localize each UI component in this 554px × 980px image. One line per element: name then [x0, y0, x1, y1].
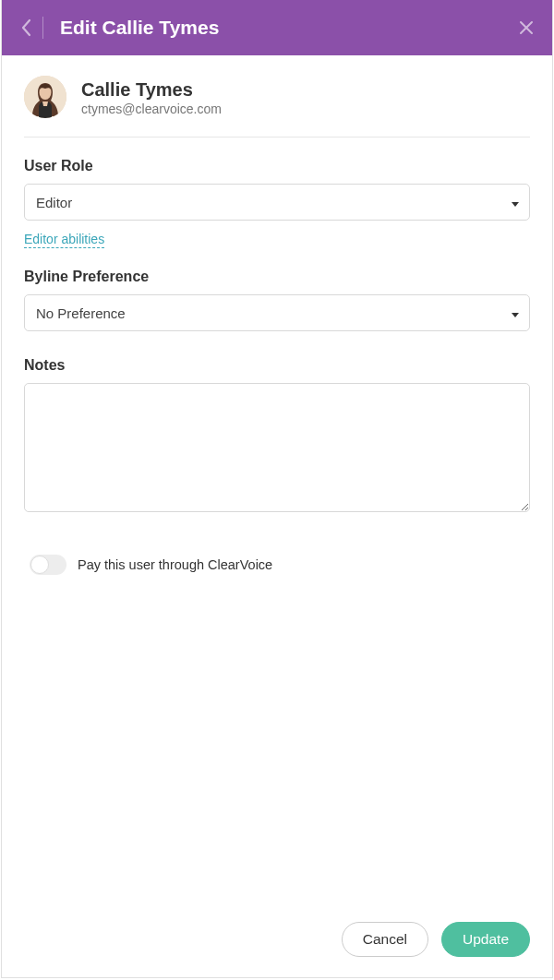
back-icon[interactable] [20, 18, 31, 37]
notes-label: Notes [24, 357, 530, 374]
user-role-select[interactable]: Editor [24, 184, 530, 221]
user-summary: Callie Tymes ctymes@clearvoice.com [24, 76, 530, 137]
pay-toggle-label: Pay this user through ClearVoice [78, 557, 272, 572]
user-role-label: User Role [24, 158, 530, 174]
panel-header: Edit Callie Tymes [2, 0, 552, 55]
header-divider [42, 17, 43, 39]
avatar [24, 76, 66, 118]
close-icon[interactable] [519, 20, 534, 35]
user-name: Callie Tymes [81, 78, 222, 101]
user-role-select-wrap: Editor [24, 184, 530, 221]
byline-select-wrap: No Preference [24, 294, 530, 331]
edit-user-panel: Edit Callie Tymes Callie Tymes ct [1, 0, 553, 978]
byline-label: Byline Preference [24, 269, 530, 285]
panel-footer: Cancel Update [2, 909, 552, 977]
toggle-knob [30, 556, 49, 574]
divider [24, 137, 530, 137]
update-button[interactable]: Update [441, 922, 530, 957]
user-info: Callie Tymes ctymes@clearvoice.com [81, 78, 222, 116]
pay-toggle-row: Pay this user through ClearVoice [24, 555, 530, 575]
panel-content: Callie Tymes ctymes@clearvoice.com User … [2, 55, 552, 909]
pay-toggle[interactable] [30, 555, 66, 575]
user-email: ctymes@clearvoice.com [81, 102, 222, 116]
editor-abilities-link[interactable]: Editor abilities [24, 232, 104, 248]
byline-select[interactable]: No Preference [24, 294, 530, 331]
panel-title: Edit Callie Tymes [60, 17, 519, 39]
cancel-button[interactable]: Cancel [342, 922, 428, 957]
notes-textarea[interactable] [24, 383, 530, 512]
